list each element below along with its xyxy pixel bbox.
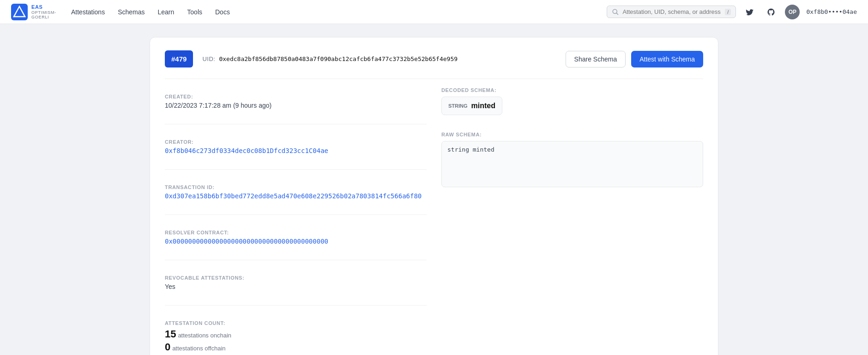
card-header-left: #479 UID: 0xedc8a2bf856db87850a0483a7f09… <box>165 50 458 67</box>
divider-1 <box>165 124 427 124</box>
tx-value[interactable]: 0xd307ea158b6bf30bed772edd8e5ad470e608e2… <box>165 192 427 200</box>
nav-docs[interactable]: Docs <box>215 8 230 16</box>
navbar: EAS OPTIMISM- GOERLI Attestations Schema… <box>0 0 868 24</box>
logo[interactable]: EAS OPTIMISM- GOERLI <box>11 4 56 20</box>
twitter-icon <box>746 8 754 16</box>
resolver-label: RESOLVER CONTRACT: <box>165 230 427 235</box>
divider <box>165 79 703 79</box>
count-label: ATTESTATION COUNT: <box>165 320 427 326</box>
wallet-address[interactable]: 0xf8b0••••04ae <box>806 8 857 15</box>
decoded-schema-block: DECODED SCHEMA: STRING minted <box>441 87 703 123</box>
divider-2 <box>165 169 427 170</box>
share-schema-button[interactable]: Share Schema <box>566 51 626 67</box>
uid-value: 0xedc8a2bf856db87850a0483a7f090abc12cafc… <box>219 55 458 62</box>
two-col-layout: CREATED: 10/22/2023 7:17:28 am (9 hours … <box>165 87 703 355</box>
logo-sub1: OPTIMISM- <box>31 10 56 15</box>
schema-type: STRING <box>448 103 468 109</box>
main-content: #479 UID: 0xedc8a2bf856db87850a0483a7f09… <box>139 24 729 355</box>
logo-sub2: GOERLI <box>31 15 56 19</box>
nav-right: / OP 0xf8b0••••04ae <box>607 5 857 19</box>
avatar[interactable]: OP <box>785 5 800 19</box>
divider-3 <box>165 214 427 215</box>
github-icon <box>767 8 775 16</box>
created-label: CREATED: <box>165 94 427 99</box>
count-offchain-text: attestations offchain <box>172 345 225 352</box>
count-onchain-row: 15 attestations onchain <box>165 328 427 340</box>
created-value: 10/22/2023 7:17:28 am (9 hours ago) <box>165 102 427 109</box>
nav-schemas[interactable]: Schemas <box>118 8 145 16</box>
count-section: ATTESTATION COUNT: 15 attestations oncha… <box>165 314 427 355</box>
twitter-button[interactable] <box>742 5 757 19</box>
raw-schema-label: RAW SCHEMA: <box>441 132 703 137</box>
search-icon <box>612 8 619 15</box>
schema-name: minted <box>471 102 495 110</box>
revocable-label: REVOCABLE ATTESTATIONS: <box>165 275 427 281</box>
github-button[interactable] <box>764 5 778 19</box>
logo-icon <box>11 4 28 20</box>
count-offchain-row: 0 attestations offchain <box>165 341 427 353</box>
count-rows: 15 attestations onchain 0 attestations o… <box>165 328 427 353</box>
schema-card: #479 UID: 0xedc8a2bf856db87850a0483a7f09… <box>150 37 718 355</box>
creator-label: CREATOR: <box>165 139 427 145</box>
attest-with-schema-button[interactable]: Attest with Schema <box>631 51 703 67</box>
decoded-schema-label: DECODED SCHEMA: <box>441 87 703 93</box>
nav-links: Attestations Schemas Learn Tools Docs <box>71 8 592 16</box>
svg-line-3 <box>617 13 618 14</box>
card-header: #479 UID: 0xedc8a2bf856db87850a0483a7f09… <box>165 50 703 67</box>
right-schema: DECODED SCHEMA: STRING minted RAW SCHEMA… <box>441 87 703 355</box>
divider-4 <box>165 260 427 260</box>
uid-label: UID: <box>202 55 215 62</box>
logo-text: EAS <box>31 4 56 10</box>
count-onchain-text: attestations onchain <box>178 332 231 339</box>
divider-5 <box>165 305 427 306</box>
creator-section: CREATOR: 0xf8b046c273df0334dec0c08b1Dfcd… <box>165 133 427 161</box>
raw-schema-block: RAW SCHEMA: string minted <box>441 132 703 189</box>
resolver-value[interactable]: 0x00000000000000000000000000000000000000… <box>165 238 427 245</box>
decoded-schema-box: STRING minted <box>441 97 502 115</box>
revocable-value: Yes <box>165 283 427 290</box>
card-header-buttons: Share Schema Attest with Schema <box>566 51 703 67</box>
count-onchain-num: 15 <box>165 328 176 340</box>
nav-attestations[interactable]: Attestations <box>71 8 105 16</box>
revocable-section: REVOCABLE ATTESTATIONS: Yes <box>165 269 427 297</box>
left-details: CREATED: 10/22/2023 7:17:28 am (9 hours … <box>165 87 427 355</box>
slash-badge: / <box>725 9 731 15</box>
creator-value[interactable]: 0xf8b046c273df0334dec0c08b1Dfcd323cc1C04… <box>165 147 427 154</box>
search-input[interactable] <box>622 8 721 15</box>
uid-row: UID: 0xedc8a2bf856db87850a0483a7f090abc1… <box>202 55 458 62</box>
nav-learn[interactable]: Learn <box>158 8 175 16</box>
search-bar[interactable]: / <box>607 6 736 18</box>
tx-section: TRANSACTION ID: 0xd307ea158b6bf30bed772e… <box>165 178 427 206</box>
tx-label: TRANSACTION ID: <box>165 184 427 190</box>
schema-id-badge: #479 <box>165 50 193 67</box>
resolver-section: RESOLVER CONTRACT: 0x0000000000000000000… <box>165 223 427 251</box>
nav-tools[interactable]: Tools <box>187 8 202 16</box>
created-section: CREATED: 10/22/2023 7:17:28 am (9 hours … <box>165 87 427 116</box>
raw-schema-textarea[interactable]: string minted <box>441 141 703 187</box>
count-offchain-num: 0 <box>165 341 170 353</box>
